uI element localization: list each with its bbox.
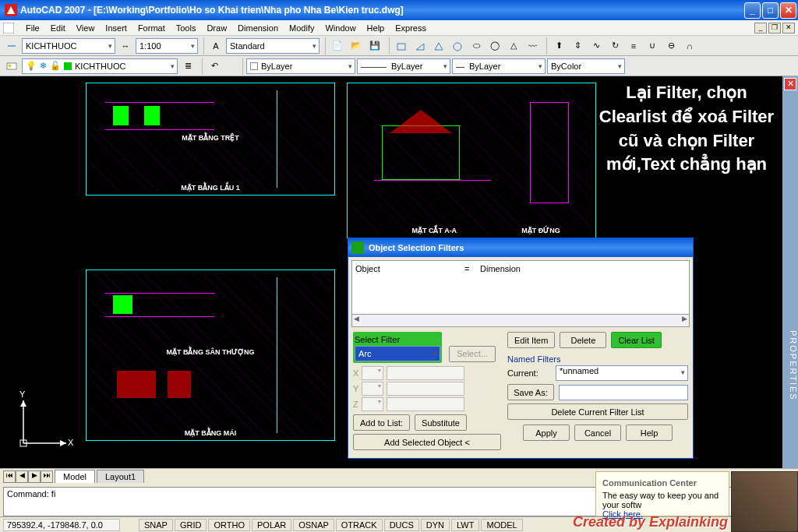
- presspull-icon[interactable]: ⇕: [569, 37, 586, 55]
- current-filter-dropdown[interactable]: *unnamed: [556, 365, 688, 381]
- apply-button[interactable]: Apply: [523, 425, 570, 441]
- menu-tools[interactable]: Tools: [171, 22, 202, 34]
- layer-dropdown[interactable]: 💡 ❄ 🔓 KICHTHUOC: [22, 58, 178, 74]
- layer-previous-icon[interactable]: ↶: [206, 58, 223, 75]
- status-model[interactable]: MODEL: [481, 519, 522, 531]
- properties-palette-tab[interactable]: PROPERTIES: [782, 76, 798, 468]
- svg-rect-6: [9, 65, 11, 67]
- maximize-button[interactable]: □: [762, 2, 779, 19]
- dim-tool-icon[interactable]: ↔: [117, 37, 134, 55]
- menu-insert[interactable]: Insert: [100, 22, 132, 34]
- text-icon[interactable]: A: [207, 37, 224, 55]
- union-icon[interactable]: ∪: [644, 37, 661, 55]
- sweep-icon[interactable]: ∿: [588, 37, 605, 55]
- menu-help[interactable]: Help: [362, 22, 390, 34]
- status-coordinates[interactable]: 795392.4, -179848.7, 0.0: [3, 519, 120, 531]
- doc-restore-button[interactable]: ❐: [768, 23, 781, 33]
- minimize-button[interactable]: _: [744, 2, 761, 19]
- z-input[interactable]: [387, 397, 464, 411]
- dialog-titlebar[interactable]: Object Selection Filters: [348, 238, 693, 257]
- layer-states-icon[interactable]: ≣: [179, 58, 196, 75]
- status-snap[interactable]: SNAP: [139, 519, 173, 531]
- tab-first-button[interactable]: ⏮: [3, 470, 16, 483]
- filter-list[interactable]: Object = Dimension: [351, 260, 690, 315]
- text-style-dropdown[interactable]: Standard: [226, 38, 320, 54]
- tab-model[interactable]: Model: [55, 470, 95, 483]
- plotstyle-dropdown[interactable]: ByColor: [547, 58, 625, 74]
- canvas-close-button[interactable]: ✕: [784, 78, 796, 90]
- tab-prev-button[interactable]: ◀: [16, 470, 28, 483]
- select-button[interactable]: Select...: [449, 346, 496, 362]
- save-as-button[interactable]: Save As:: [507, 384, 554, 400]
- delete-button[interactable]: Delete: [560, 332, 606, 348]
- x-op-dropdown[interactable]: [362, 366, 383, 380]
- dim-linear-icon[interactable]: [3, 37, 20, 55]
- pyramid-icon[interactable]: △: [505, 37, 522, 55]
- y-input[interactable]: [387, 382, 464, 396]
- wedge-icon[interactable]: [411, 37, 429, 55]
- status-osnap[interactable]: OSNAP: [293, 519, 334, 531]
- menu-format[interactable]: Format: [132, 22, 171, 34]
- doc-close-button[interactable]: ✕: [782, 23, 795, 33]
- menu-edit[interactable]: Edit: [45, 22, 71, 34]
- status-polar[interactable]: POLAR: [252, 519, 291, 531]
- revolve-icon[interactable]: ↻: [606, 37, 623, 55]
- lineweight-dropdown[interactable]: —ByLayer: [452, 58, 546, 74]
- status-lwt[interactable]: LWT: [451, 519, 479, 531]
- tab-next-button[interactable]: ▶: [28, 470, 41, 483]
- extrude-icon[interactable]: ⬆: [550, 37, 567, 55]
- delete-current-list-button[interactable]: Delete Current Filter List: [507, 403, 688, 420]
- add-to-list-button[interactable]: Add to List:: [353, 414, 410, 431]
- status-dyn[interactable]: DYN: [421, 519, 450, 531]
- scale-dropdown[interactable]: 1:100: [136, 38, 198, 54]
- status-grid[interactable]: GRID: [175, 519, 207, 531]
- menu-modify[interactable]: Modify: [284, 22, 320, 34]
- menu-file[interactable]: File: [20, 22, 45, 34]
- z-op-dropdown[interactable]: [362, 397, 383, 411]
- save-as-input[interactable]: [559, 385, 688, 400]
- loft-icon[interactable]: ≡: [625, 37, 642, 55]
- menu-bar: File Edit View Insert Format Tools Draw …: [0, 20, 798, 36]
- freeze-icon: ❄: [40, 61, 47, 71]
- box-icon[interactable]: [393, 37, 410, 55]
- filter-list-row[interactable]: Object = Dimension: [355, 264, 686, 273]
- select-filter-dropdown[interactable]: Arc: [355, 346, 440, 361]
- menu-view[interactable]: View: [71, 22, 101, 34]
- clear-list-button[interactable]: Clear List: [611, 332, 661, 348]
- menu-draw[interactable]: Draw: [201, 22, 232, 34]
- x-row: X: [353, 366, 501, 380]
- tab-layout1[interactable]: Layout1: [97, 470, 144, 483]
- cone-icon[interactable]: [430, 37, 447, 55]
- sphere-icon[interactable]: [449, 37, 466, 55]
- edit-item-button[interactable]: Edit Item: [507, 332, 555, 348]
- menu-dimension[interactable]: Dimension: [232, 22, 284, 34]
- x-input[interactable]: [387, 366, 464, 380]
- torus-icon[interactable]: ◯: [486, 37, 503, 55]
- helix-icon[interactable]: 〰: [524, 37, 541, 55]
- subtract-icon[interactable]: ⊖: [662, 37, 680, 55]
- menu-express[interactable]: Express: [390, 22, 432, 34]
- color-dropdown[interactable]: ByLayer: [246, 58, 355, 74]
- layer-props-icon[interactable]: [3, 58, 20, 75]
- save-icon[interactable]: 💾: [366, 37, 383, 55]
- dim-style-dropdown[interactable]: KICHTHUOC: [22, 38, 115, 54]
- close-button[interactable]: ✕: [780, 2, 796, 19]
- status-otrack[interactable]: OTRACK: [336, 519, 383, 531]
- menu-window[interactable]: Window: [320, 22, 361, 34]
- doc-minimize-button[interactable]: _: [754, 23, 767, 33]
- filter-list-scrollbar[interactable]: [351, 315, 690, 327]
- cancel-button[interactable]: Cancel: [574, 425, 621, 441]
- toolbar-dimension: KICHTHUOC ↔ 1:100 A Standard 📄 📂 💾 ⬭ ◯ △…: [0, 36, 798, 56]
- cylinder-icon[interactable]: ⬭: [468, 37, 485, 55]
- add-selected-button[interactable]: Add Selected Object <: [353, 434, 501, 450]
- new-icon[interactable]: 📄: [329, 37, 346, 55]
- linetype-dropdown[interactable]: ———ByLayer: [357, 58, 450, 74]
- status-ducs[interactable]: DUCS: [384, 519, 419, 531]
- intersect-icon[interactable]: ∩: [681, 37, 698, 55]
- y-op-dropdown[interactable]: [362, 382, 383, 396]
- help-button[interactable]: Help: [626, 425, 673, 441]
- substitute-button[interactable]: Substitute: [415, 414, 467, 431]
- open-icon[interactable]: 📂: [348, 37, 365, 55]
- tab-last-button[interactable]: ⏭: [41, 470, 53, 483]
- status-ortho[interactable]: ORTHO: [208, 519, 250, 531]
